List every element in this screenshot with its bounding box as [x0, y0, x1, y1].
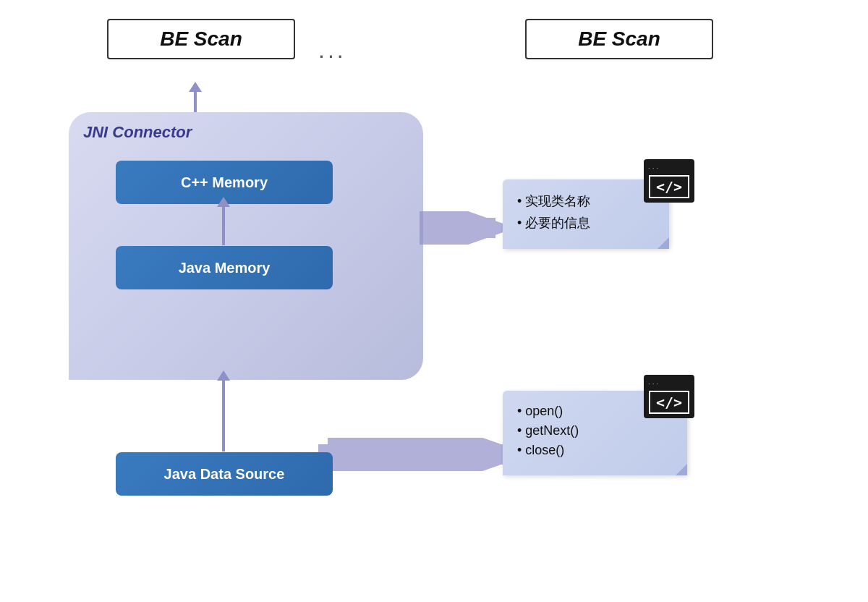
- note-upper-item-1: 实现类名称: [517, 192, 655, 210]
- arrow-to-upper-note: [420, 211, 514, 245]
- code-icon-upper-dots: ···: [648, 164, 660, 172]
- code-icon-lower: ··· </>: [644, 375, 694, 418]
- code-icon-lower-dots: ···: [648, 380, 660, 388]
- jni-connector-label: JNI Connector: [83, 123, 192, 142]
- note-upper-item-2: 必要的信息: [517, 214, 655, 232]
- note-upper-list: 实现类名称 必要的信息: [517, 192, 655, 232]
- arrow-java-to-cpp: [222, 205, 225, 245]
- java-memory-box: Java Memory: [116, 246, 333, 289]
- diagram-container: BE Scan ··· BE Scan JNI Connector C++ Me…: [0, 0, 868, 602]
- java-data-source-label: Java Data Source: [164, 466, 285, 483]
- dots-separator: ···: [318, 42, 346, 69]
- arrow-datasource-to-jni: [222, 379, 225, 452]
- note-lower-item-3: close(): [517, 443, 673, 458]
- arrow-to-lower-note: [315, 438, 524, 471]
- code-icon-upper-bracket: </>: [649, 175, 689, 198]
- code-icon-upper: ··· </>: [644, 159, 694, 203]
- java-memory-label: Java Memory: [179, 260, 271, 276]
- note-lower-item-2: getNext(): [517, 423, 673, 438]
- be-scan-right-box: BE Scan: [525, 19, 713, 59]
- be-scan-left-box: BE Scan: [107, 19, 295, 59]
- cpp-memory-label: C++ Memory: [181, 174, 268, 191]
- java-data-source-box: Java Data Source: [116, 452, 333, 496]
- code-icon-lower-bracket: </>: [649, 391, 689, 414]
